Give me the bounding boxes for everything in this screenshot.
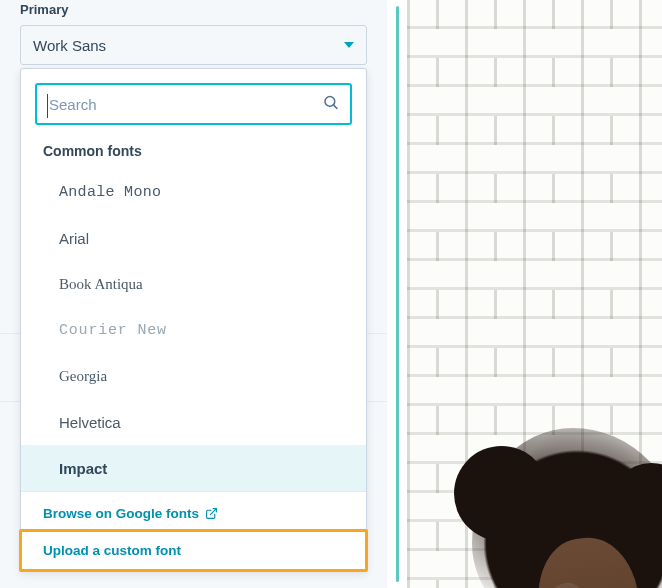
font-option-label: Helvetica [59,414,121,431]
chevron-down-icon [344,42,354,48]
left-panel: Primary Work Sans Common [0,0,387,588]
upload-custom-font-link[interactable]: Upload a custom font [21,531,366,570]
font-list: Andale Mono Arial Book Antiqua Courier N… [21,169,366,491]
font-option-impact[interactable]: Impact [21,445,366,491]
dropdown-footer: Browse on Google fonts Upload a custom f… [21,491,366,570]
panel-resizer[interactable] [387,0,407,588]
preview-pane [407,0,662,588]
primary-font-label: Primary [20,0,367,17]
font-option-label: Book Antiqua [59,276,143,293]
font-option-book-antiqua[interactable]: Book Antiqua [21,261,366,307]
search-icon [322,94,340,115]
font-option-helvetica[interactable]: Helvetica [21,399,366,445]
browse-google-fonts-link[interactable]: Browse on Google fonts [21,492,366,531]
font-option-courier-new[interactable]: Courier New [21,307,366,353]
font-option-label: Georgia [59,368,107,385]
preview-background [407,0,662,588]
external-link-icon [205,507,218,520]
font-option-label: Arial [59,230,89,247]
font-option-label: Andale Mono [59,184,161,201]
font-section-header: Common fonts [21,137,366,169]
text-cursor [47,94,48,118]
svg-line-1 [333,105,337,109]
font-option-label: Courier New [59,322,167,339]
primary-font-value: Work Sans [33,37,106,54]
search-field[interactable] [35,83,352,125]
upload-custom-font-label: Upload a custom font [43,543,181,558]
font-dropdown: Common fonts Andale Mono Arial Book Anti… [20,68,367,571]
app-root: Primary Work Sans Common [0,0,662,588]
search-input[interactable] [47,95,310,114]
font-option-andale-mono[interactable]: Andale Mono [21,169,366,215]
font-option-label: Impact [59,460,107,477]
search-container [21,69,366,137]
font-option-georgia[interactable]: Georgia [21,353,366,399]
resizer-handle [396,6,399,582]
svg-line-2 [210,509,216,515]
browse-google-fonts-label: Browse on Google fonts [43,506,199,521]
font-option-arial[interactable]: Arial [21,215,366,261]
primary-font-select[interactable]: Work Sans [20,25,367,65]
